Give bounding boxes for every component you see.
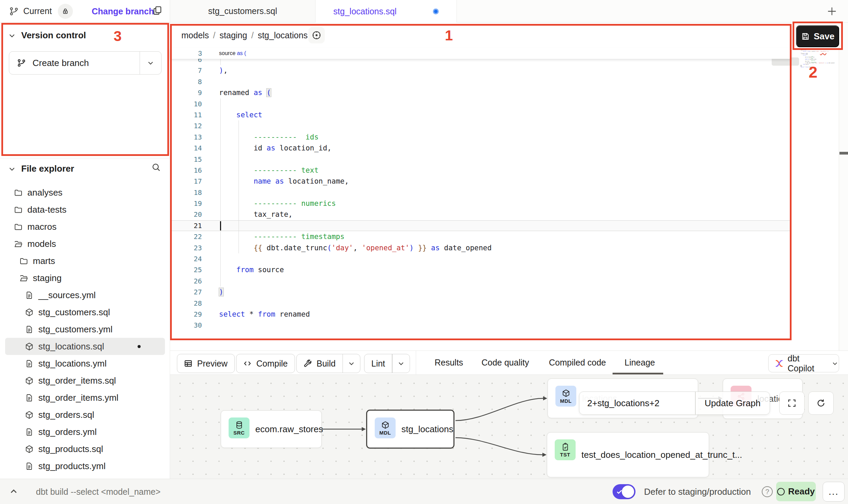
file-item-stg_order_items.yml[interactable]: stg_order_items.yml [5, 389, 165, 406]
lineage-node-stg-locations[interactable]: MDL stg_locations [366, 410, 454, 449]
preview-button[interactable]: Preview [177, 354, 235, 373]
lineage-canvas[interactable]: SRC ecom.raw_stores MDL stg_locations MD… [170, 375, 848, 479]
tab-results[interactable]: Results [435, 351, 463, 374]
resize-handle[interactable] [839, 152, 848, 155]
file-explorer-header[interactable]: File explorer [0, 163, 170, 174]
breadcrumb-segment[interactable]: staging [220, 30, 247, 40]
file-item-stg_customers.sql[interactable]: stg_customers.sql [5, 304, 165, 321]
folder-item-analyses[interactable]: analyses [5, 184, 165, 201]
code-line[interactable]: 16 ---------- text [170, 165, 792, 176]
tab-lineage[interactable]: Lineage [625, 351, 655, 374]
lint-dropdown[interactable] [393, 359, 410, 368]
code-line[interactable]: 21 [170, 220, 792, 231]
file-label: macros [27, 222, 56, 232]
code-line[interactable]: 23 {{ dbt.date_trunc('day', 'opened_at')… [170, 242, 792, 253]
lineage-selector-bar: 2+stg_locations+2 Update Graph [579, 392, 770, 415]
folder-item-marts[interactable]: marts [5, 252, 165, 269]
code-line[interactable]: 11 select [170, 109, 792, 120]
code-line[interactable]: 7), [170, 65, 792, 76]
save-button[interactable]: Save [796, 25, 839, 47]
code-line[interactable]: 10 [170, 98, 792, 109]
status-badge[interactable]: Ready [776, 482, 816, 501]
folder-item-macros[interactable]: macros [5, 218, 165, 235]
file-item-stg_products.yml[interactable]: stg_products.yml [5, 457, 165, 475]
dbt-copilot-button[interactable]: dbt Copilot [768, 354, 839, 372]
code-line[interactable]: 15 [170, 154, 792, 165]
chevron-up-icon[interactable] [8, 485, 20, 498]
tab-code-quality[interactable]: Code quality [481, 351, 529, 374]
code-line[interactable]: 30 [170, 320, 792, 331]
folder-icon [19, 256, 28, 266]
mdl-badge: MDL [555, 386, 576, 407]
code-line[interactable]: 22 ---------- timestamps [170, 231, 792, 242]
indent-guide [220, 120, 221, 131]
copy-icon[interactable] [152, 5, 163, 16]
version-control-header[interactable]: Version control [0, 30, 170, 41]
line-number: 29 [170, 309, 202, 320]
file-item-stg_orders.yml[interactable]: stg_orders.yml [5, 423, 165, 440]
code-line[interactable]: 24 [170, 253, 792, 264]
panel-resize-gutter[interactable] [839, 23, 848, 350]
code-line[interactable]: 13 ---------- ids [170, 132, 792, 143]
new-tab-button[interactable] [823, 3, 840, 20]
search-icon[interactable] [151, 162, 161, 172]
code-line[interactable]: 29select * from renamed [170, 309, 792, 320]
folder-item-data-tests[interactable]: data-tests [5, 201, 165, 218]
lineage-selector-input[interactable]: 2+stg_locations+2 [579, 398, 695, 409]
file-item-stg_products.sql[interactable]: stg_products.sql [5, 440, 165, 457]
refresh-button[interactable] [808, 392, 834, 415]
defer-toggle[interactable] [613, 484, 635, 499]
lint-button[interactable]: Lint [364, 354, 410, 373]
folder-item-models[interactable]: models [5, 235, 165, 252]
more-button[interactable]: ... [823, 482, 845, 502]
indent-guide [220, 98, 221, 109]
file-label: stg_order_items.sql [38, 375, 116, 386]
file-item-__sources.yml[interactable]: __sources.yml [5, 287, 165, 304]
code-line[interactable]: 17 name as location_name, [170, 176, 792, 187]
tab-stg-locations[interactable]: stg_locations.sql [316, 0, 457, 23]
compile-button[interactable]: Compile [236, 354, 295, 373]
code-line[interactable]: 27) [170, 287, 792, 297]
build-dropdown[interactable] [343, 359, 360, 368]
create-branch-menu[interactable] [140, 59, 161, 67]
code-line[interactable]: 18 [170, 187, 792, 198]
lock-icon [62, 8, 69, 15]
code-line[interactable]: 26 [170, 276, 792, 287]
fullscreen-button[interactable] [779, 392, 805, 415]
code-line[interactable]: 8 [170, 76, 792, 87]
change-branch-link[interactable]: Change branch [92, 0, 154, 23]
build-button[interactable]: Build [296, 354, 360, 373]
lineage-node-source[interactable]: SRC ecom.raw_stores [221, 410, 322, 448]
code-line[interactable]: 3source as ( [170, 48, 792, 59]
file-label: stg_orders.sql [38, 410, 94, 420]
create-branch-button[interactable]: Create branch [9, 51, 162, 75]
minimap[interactable]: withsource as ( select * from {{ source(… [793, 48, 839, 349]
tab-label: stg_locations.sql [333, 6, 397, 16]
code-editor[interactable]: 5 select * from {{ source('ecom', 'raw_s… [170, 48, 792, 350]
code-line[interactable]: 20 tax_rate, [170, 209, 792, 220]
code-line[interactable]: 19 ---------- numerics [170, 198, 792, 209]
lineage-node-test[interactable]: TST test_does_location_opened_at_trunc_t… [547, 432, 709, 477]
file-item-stg_customers.yml[interactable]: stg_customers.yml [5, 321, 165, 338]
code-line[interactable]: 28 [170, 298, 792, 309]
file-item-stg_locations.sql[interactable]: stg_locations.sql [5, 338, 165, 355]
file-label: stg_locations.sql [38, 341, 104, 352]
model-icon [25, 308, 34, 317]
chevron-down-icon [831, 360, 839, 367]
folder-item-staging[interactable]: staging [5, 269, 165, 287]
file-item-stg_locations.yml[interactable]: stg_locations.yml [5, 355, 165, 372]
help-icon[interactable]: ? [762, 486, 773, 497]
tab-compiled-code[interactable]: Compiled code [549, 351, 606, 374]
code-line[interactable]: 12 [170, 120, 792, 131]
update-graph-button[interactable]: Update Graph [696, 398, 770, 409]
save-label: Save [814, 31, 835, 42]
command-input[interactable]: dbt build --select <model_name> [36, 479, 160, 504]
code-line[interactable]: 9renamed as ( [170, 87, 792, 98]
code-line[interactable]: 25 from source [170, 264, 792, 275]
file-item-stg_orders.sql[interactable]: stg_orders.sql [5, 406, 165, 423]
breadcrumb-segment[interactable]: models [181, 30, 209, 40]
tab-stg-customers[interactable]: stg_customers.sql [170, 0, 316, 23]
file-item-stg_order_items.sql[interactable]: stg_order_items.sql [5, 372, 165, 389]
copilot-compass-icon[interactable] [308, 27, 325, 43]
code-line[interactable]: 14 id as location_id, [170, 143, 792, 154]
